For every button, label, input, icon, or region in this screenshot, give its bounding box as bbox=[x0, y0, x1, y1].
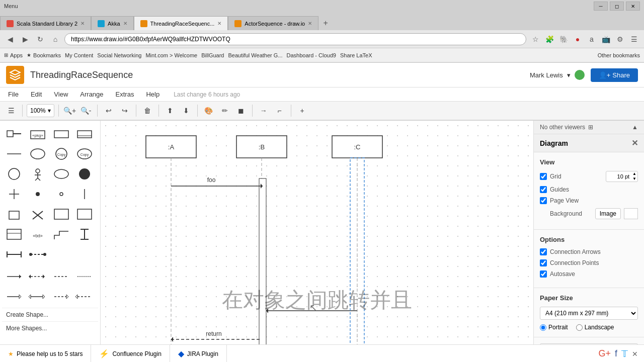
other-bookmarks[interactable]: Other bookmarks bbox=[598, 52, 640, 58]
new-tab-button[interactable]: + bbox=[318, 16, 333, 30]
shape-item-rect3[interactable] bbox=[74, 205, 95, 223]
bookmark-weather[interactable]: Beautiful Weather G... bbox=[228, 52, 282, 58]
collapse-panel-icon[interactable]: ▲ bbox=[632, 124, 638, 131]
home-button[interactable]: ⌂ bbox=[49, 33, 61, 45]
shape-item-cross[interactable] bbox=[4, 185, 24, 203]
menu-edit[interactable]: Edit bbox=[29, 89, 44, 99]
paper-size-select[interactable]: A4 (210 mm x 297 mm) bbox=[540, 307, 638, 320]
shape-item-a1[interactable] bbox=[4, 267, 24, 286]
grid-value-input[interactable] bbox=[606, 173, 631, 179]
menu-view[interactable]: View bbox=[52, 89, 70, 99]
gplus-icon[interactable]: G+ bbox=[598, 348, 611, 359]
bookmark-apps[interactable]: ⊞ Apps bbox=[4, 52, 23, 58]
shape-item-a4[interactable] bbox=[74, 267, 95, 286]
shape-item-b4[interactable] bbox=[74, 288, 95, 306]
activation-bar-b[interactable] bbox=[259, 178, 266, 344]
tab-actor[interactable]: ActorSequence - draw.io ✕ bbox=[228, 16, 318, 30]
reload-button[interactable]: ↻ bbox=[34, 33, 46, 45]
shape-item-ellipse2[interactable] bbox=[51, 165, 71, 183]
menu-arrange[interactable]: Arrange bbox=[78, 89, 105, 99]
bookmark-mint[interactable]: Mint.com > Welcome bbox=[145, 52, 197, 58]
bookmark-billguard[interactable]: BillGuard bbox=[201, 52, 224, 58]
grid-up-button[interactable]: ▲ bbox=[631, 171, 637, 176]
shape-item-stairs[interactable] bbox=[51, 225, 71, 243]
bookmark-social[interactable]: Social Networking bbox=[97, 52, 141, 58]
address-input[interactable] bbox=[64, 33, 526, 45]
redo-button[interactable]: ↪ bbox=[118, 104, 132, 118]
shape-item-line1[interactable] bbox=[4, 125, 24, 143]
tab-scala[interactable]: Scala Standard Library 2 ✕ bbox=[0, 16, 91, 30]
close-bottom-icon[interactable]: ✕ bbox=[632, 350, 638, 358]
menu-file[interactable]: File bbox=[6, 89, 21, 99]
shape-item-hbar[interactable] bbox=[4, 245, 24, 263]
landscape-radio[interactable] bbox=[576, 324, 583, 331]
chromecast-icon[interactable]: 📺 bbox=[600, 33, 612, 45]
shape-item-x[interactable] bbox=[28, 205, 48, 223]
share-button[interactable]: 👤+ Share bbox=[591, 68, 638, 82]
user-dropdown-icon[interactable]: ▾ bbox=[567, 71, 571, 79]
restore-button[interactable]: ◻ bbox=[610, 2, 624, 11]
shape-item-corner[interactable] bbox=[51, 205, 71, 223]
shape-item-vbar[interactable] bbox=[74, 225, 95, 243]
tab-threading[interactable]: ThreadingRaceSequenc... ✕ bbox=[134, 16, 228, 30]
canvas-background[interactable]: :A :B :C foo ↖ bbox=[101, 121, 533, 344]
bookmark-mycontent[interactable]: My Content bbox=[65, 52, 93, 58]
shape-item-vline[interactable] bbox=[74, 185, 95, 203]
autosave-checkbox[interactable] bbox=[540, 270, 547, 278]
back-button[interactable]: ◀ bbox=[4, 33, 16, 45]
twitter-icon[interactable]: 𝕋 bbox=[621, 348, 628, 359]
guides-checkbox[interactable] bbox=[540, 186, 547, 193]
facebook-icon[interactable]: f bbox=[615, 348, 617, 359]
toggle-panel-button[interactable]: ☰ bbox=[4, 104, 18, 118]
menu-extras[interactable]: Extras bbox=[114, 89, 136, 99]
connector-button[interactable]: → bbox=[257, 104, 271, 118]
shape-item-dot[interactable] bbox=[28, 185, 48, 203]
background-image-button[interactable]: Image bbox=[595, 208, 621, 219]
shape-item-a2[interactable] bbox=[28, 267, 48, 286]
shape-item-rect2[interactable] bbox=[74, 125, 95, 143]
shape-item-a3[interactable] bbox=[51, 267, 71, 286]
connection-arrows-checkbox[interactable] bbox=[540, 248, 547, 255]
tab-akka[interactable]: Akka ✕ bbox=[91, 16, 133, 30]
shadow-button[interactable]: ◼ bbox=[234, 104, 248, 118]
shape-item-square[interactable] bbox=[4, 205, 24, 223]
tab-close-akka[interactable]: ✕ bbox=[123, 21, 127, 26]
grid-down-button[interactable]: ▼ bbox=[631, 176, 637, 182]
bookmark-bookmarks[interactable]: ★ Bookmarks bbox=[27, 52, 61, 58]
shape-item-oval2[interactable]: Copy bbox=[74, 145, 95, 163]
tab-close-threading[interactable]: ✕ bbox=[217, 21, 221, 26]
create-shape-button[interactable]: Create Shape... bbox=[2, 308, 98, 321]
stroke-button[interactable]: ✏ bbox=[218, 104, 232, 118]
bookmark-latex[interactable]: Share LaTeX bbox=[340, 52, 372, 58]
shape-item-dot2[interactable] bbox=[51, 185, 71, 203]
shape-item-b3[interactable] bbox=[51, 288, 71, 306]
evernote-icon[interactable]: 🐘 bbox=[557, 33, 570, 45]
to-front-button[interactable]: ⬆ bbox=[163, 104, 177, 118]
shape-item-circle1[interactable]: Copy bbox=[51, 145, 71, 163]
fill-button[interactable]: 🎨 bbox=[202, 104, 216, 118]
grid-checkbox[interactable] bbox=[540, 173, 547, 180]
insert-button[interactable]: + bbox=[295, 104, 309, 118]
minimize-button[interactable]: ─ bbox=[594, 2, 608, 11]
waypoint-button[interactable]: ⌐ bbox=[273, 104, 287, 118]
shape-item-dashes[interactable] bbox=[28, 245, 48, 263]
zoom-out-button[interactable]: 🔍- bbox=[79, 104, 93, 118]
right-panel-close-button[interactable]: ✕ bbox=[631, 138, 638, 148]
undo-button[interactable]: ↩ bbox=[102, 104, 116, 118]
background-color-swatch[interactable] bbox=[624, 208, 638, 219]
lastpass-icon[interactable]: ● bbox=[572, 33, 584, 45]
shape-item-oval1[interactable] bbox=[28, 145, 48, 163]
confluence-item[interactable]: ⚡ Confluence Plugin bbox=[91, 345, 170, 362]
jira-item[interactable]: ◆ JIRA Plugin bbox=[170, 345, 227, 362]
delete-button[interactable]: 🗑 bbox=[140, 104, 154, 118]
bookmark-star-icon[interactable]: ☆ bbox=[529, 33, 541, 45]
shape-item-rect4[interactable] bbox=[4, 225, 24, 243]
menu-help[interactable]: Help bbox=[144, 89, 162, 99]
tab-close-actor[interactable]: ✕ bbox=[308, 21, 312, 26]
shape-item-line2[interactable] bbox=[4, 145, 24, 163]
forward-button[interactable]: ▶ bbox=[19, 33, 31, 45]
canvas-area[interactable]: :A :B :C foo ↖ bbox=[101, 121, 533, 344]
expand-panel-icon[interactable]: ⊞ bbox=[588, 124, 593, 131]
more-shapes-button[interactable]: More Shapes... bbox=[2, 321, 98, 335]
pageview-checkbox[interactable] bbox=[540, 197, 547, 204]
